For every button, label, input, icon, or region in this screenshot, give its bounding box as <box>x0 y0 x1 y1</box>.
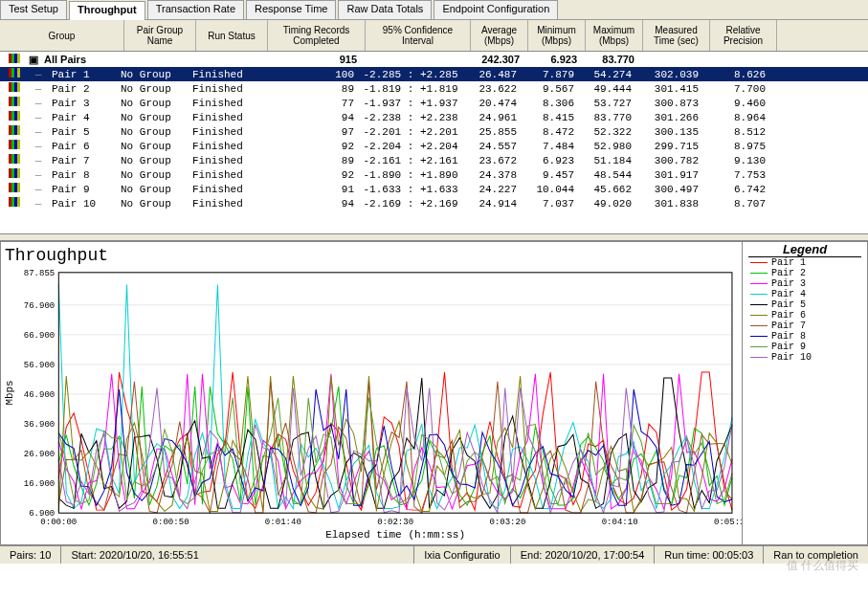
svg-text:0:04:10: 0:04:10 <box>602 518 638 527</box>
tab-raw-data-totals[interactable]: Raw Data Totals <box>338 0 432 19</box>
status-pairs: Pairs: 10 <box>0 546 61 564</box>
table-row[interactable]: —Pair 7No GroupFinished89-2.161 : +2.161… <box>0 153 868 167</box>
pair-icon <box>9 154 20 164</box>
legend-panel: Legend Pair 1Pair 2Pair 3Pair 4Pair 5Pai… <box>743 241 868 545</box>
legend-item[interactable]: Pair 10 <box>743 352 867 363</box>
all-pairs-label: All Pairs <box>40 54 191 65</box>
watermark: 值 什么值得买 <box>787 558 858 574</box>
svg-text:46.900: 46.900 <box>24 390 56 400</box>
pair-icon <box>9 183 20 192</box>
col-confidence[interactable]: 95% Confidence Interval <box>366 20 471 51</box>
status-start: Start: 2020/10/20, 16:55:51 <box>61 546 414 564</box>
table-row[interactable]: —Pair 5No GroupFinished97-2.201 : +2.201… <box>0 124 868 139</box>
svg-text:87.855: 87.855 <box>24 269 56 278</box>
pair-icon <box>9 97 20 106</box>
col-precision[interactable]: Relative Precision <box>710 20 777 51</box>
pair-icon <box>9 111 20 121</box>
pair-icon <box>9 54 20 63</box>
svg-text:36.900: 36.900 <box>24 420 56 430</box>
status-runtime: Run time: 00:05:03 <box>655 546 764 564</box>
svg-text:16.900: 16.900 <box>24 479 56 489</box>
all-pairs-row[interactable]: ▣ All Pairs 915 242.307 6.923 83.770 <box>0 52 868 67</box>
table-row[interactable]: —Pair 6No GroupFinished92-2.204 : +2.204… <box>0 139 868 153</box>
svg-text:56.900: 56.900 <box>24 361 56 370</box>
col-measured[interactable]: Measured Time (sec) <box>643 20 710 51</box>
legend-item[interactable]: Pair 1 <box>743 257 867 268</box>
svg-rect-27 <box>58 273 732 513</box>
svg-text:0:00:50: 0:00:50 <box>153 518 189 527</box>
table-body: ▣ All Pairs 915 242.307 6.923 83.770 —Pa… <box>0 52 868 233</box>
svg-text:76.900: 76.900 <box>24 301 56 311</box>
table-row[interactable]: —Pair 9No GroupFinished91-1.633 : +1.633… <box>0 182 868 196</box>
legend-item[interactable]: Pair 2 <box>743 268 867 278</box>
status-bar: Pairs: 10 Start: 2020/10/20, 16:55:51 Ix… <box>0 545 868 564</box>
col-group[interactable]: Group <box>0 20 124 51</box>
pair-icon <box>9 82 20 92</box>
pair-icon <box>9 197 20 207</box>
tab-transaction-rate[interactable]: Transaction Rate <box>147 0 244 19</box>
legend-item[interactable]: Pair 8 <box>743 331 867 342</box>
legend-title: Legend <box>748 242 861 257</box>
svg-text:0:02:30: 0:02:30 <box>377 518 413 527</box>
col-max[interactable]: Maximum (Mbps) <box>586 20 643 51</box>
table-row[interactable]: —Pair 3No GroupFinished77-1.937 : +1.937… <box>0 96 868 110</box>
legend-item[interactable]: Pair 3 <box>743 278 867 289</box>
legend-item[interactable]: Pair 5 <box>743 299 867 310</box>
horizontal-splitter[interactable] <box>0 233 868 241</box>
tab-endpoint-configuration[interactable]: Endpoint Configuration <box>434 0 558 19</box>
svg-text:Elapsed time (h:mm:ss): Elapsed time (h:mm:ss) <box>325 529 465 541</box>
table-row[interactable]: —Pair 10No GroupFinished94-2.169 : +2.16… <box>0 196 868 210</box>
legend-item[interactable]: Pair 9 <box>743 342 867 352</box>
pair-icon <box>9 125 20 135</box>
pair-icon <box>9 68 20 77</box>
col-pair-group[interactable]: Pair Group Name <box>124 20 196 51</box>
status-config: Ixia Configuratio <box>414 546 511 564</box>
col-min[interactable]: Minimum (Mbps) <box>528 20 586 51</box>
svg-text:0:00:00: 0:00:00 <box>40 518 77 527</box>
legend-item[interactable]: Pair 4 <box>743 289 867 299</box>
tab-test-setup[interactable]: Test Setup <box>0 0 67 19</box>
table-row[interactable]: —Pair 1No GroupFinished100-2.285 : +2.28… <box>0 67 868 81</box>
top-tabs: Test SetupThroughputTransaction RateResp… <box>0 0 868 20</box>
col-run-status[interactable]: Run Status <box>196 20 268 51</box>
pair-icon <box>9 140 20 149</box>
table-row[interactable]: —Pair 4No GroupFinished94-2.238 : +2.238… <box>0 110 868 124</box>
svg-text:0:03:20: 0:03:20 <box>489 518 525 527</box>
col-avg[interactable]: Average (Mbps) <box>471 20 528 51</box>
svg-text:66.900: 66.900 <box>24 331 56 341</box>
col-timing[interactable]: Timing Records Completed <box>268 20 366 51</box>
table-row[interactable]: —Pair 8No GroupFinished92-1.890 : +1.890… <box>0 167 868 182</box>
pair-icon <box>9 168 20 178</box>
status-end: End: 2020/10/20, 17:00:54 <box>511 546 656 564</box>
tab-throughput[interactable]: Throughput <box>69 1 145 20</box>
svg-text:0:05:10: 0:05:10 <box>714 518 742 527</box>
svg-text:0:01:40: 0:01:40 <box>265 518 301 527</box>
legend-item[interactable]: Pair 7 <box>743 321 867 331</box>
table-row[interactable]: —Pair 2No GroupFinished89-1.819 : +1.819… <box>0 81 868 96</box>
legend-item[interactable]: Pair 6 <box>743 310 867 321</box>
svg-text:Mbps: Mbps <box>4 380 15 405</box>
throughput-chart[interactable]: Throughput 87.85576.90066.90056.90046.90… <box>0 241 743 545</box>
tab-response-time[interactable]: Response Time <box>246 0 336 19</box>
table-header: Group Pair Group Name Run Status Timing … <box>0 20 868 52</box>
svg-text:26.900: 26.900 <box>24 450 56 459</box>
